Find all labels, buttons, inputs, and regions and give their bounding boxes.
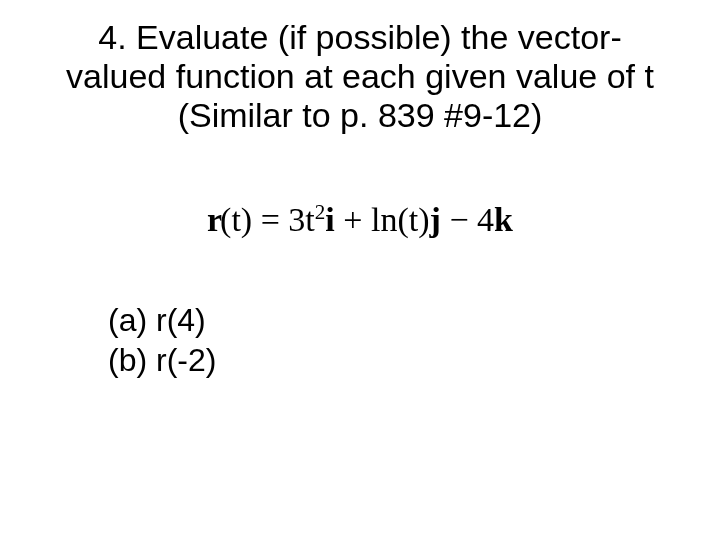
term1-exp: 2 [315,200,326,224]
part-b: (b) r(-2) [108,340,216,380]
part-a: (a) r(4) [108,300,216,340]
parts-list: (a) r(4) (b) r(-2) [108,300,216,380]
slide: 4. Evaluate (if possible) the vector- va… [0,0,720,540]
unit-k: k [494,201,513,238]
minus-term: − 4 [441,201,494,238]
title-line-3: (Similar to p. 839 #9-12) [178,96,543,134]
part-b-value: r(-2) [156,342,216,378]
ln-arg: (t) [397,201,429,238]
title-line-2: valued function at each given value of t [66,57,654,95]
unit-i: i [325,201,334,238]
unit-j: j [430,201,441,238]
part-a-value: r(4) [156,302,206,338]
vector-function-formula: r(t) = 3t2i + ln(t)j − 4k [0,200,720,239]
term1-coeff: 3t [288,201,314,238]
part-b-label: (b) [108,342,156,378]
title-line-1: 4. Evaluate (if possible) the vector- [98,18,621,56]
problem-title: 4. Evaluate (if possible) the vector- va… [0,18,720,135]
ln: ln [371,201,397,238]
lhs-paren: (t) = [220,201,288,238]
part-a-label: (a) [108,302,156,338]
plus-op: + [335,201,371,238]
